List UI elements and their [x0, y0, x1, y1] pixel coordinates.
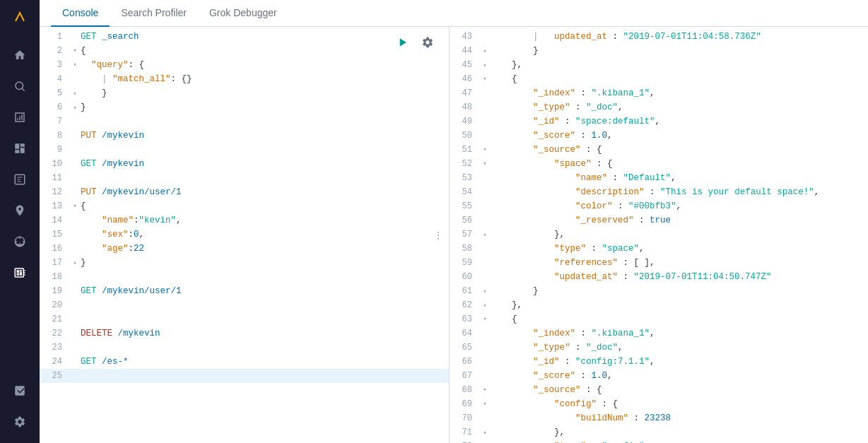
run-button[interactable]	[392, 33, 412, 52]
resize-handle[interactable]: ⋮	[433, 230, 443, 241]
editor-line-20: 20	[40, 298, 449, 312]
editor-line-24: 24 GET /es-*	[40, 355, 449, 369]
dashboard-icon[interactable]	[6, 134, 34, 163]
editor-line-13: 13 ▾ {	[40, 199, 449, 213]
editor-line-18: 18	[40, 270, 449, 284]
output-line-63: 63 ▾ {	[450, 312, 868, 326]
editor-container: 1 GET _search 2 ▾ { 3 ▾ "query": {	[40, 27, 868, 443]
output-line-50: 50 "_score" : 1.0,	[450, 129, 868, 143]
output-line-54: 54 "description" : "This is your default…	[450, 185, 868, 199]
output-panel[interactable]: 43 | updated_at : "2019-07-01T11:04:58.7…	[450, 27, 868, 443]
editor-line-25: 25	[40, 369, 449, 383]
devtools-icon[interactable]	[6, 259, 34, 287]
output-line-48: 48 "_type" : "_doc",	[450, 100, 868, 114]
editor-line-19: 19 GET /mykevin/user/1	[40, 284, 449, 298]
editor-line-17: 17 ▴ }	[40, 256, 449, 270]
monitoring-icon[interactable]	[6, 377, 34, 405]
output-line-46: 46 ▾ {	[450, 72, 868, 86]
home-icon[interactable]	[6, 41, 34, 69]
editor-line-4: 4 | "match_all": {}	[40, 72, 449, 86]
tab-search-profiler[interactable]: Search Profiler	[110, 0, 198, 27]
editor-line-7: 7	[40, 114, 449, 129]
output-line-56: 56 "_reserved" : true	[450, 213, 868, 228]
output-line-65: 65 "_type" : "_doc",	[450, 341, 868, 355]
editor-line-10: 10 GET /mykevin	[40, 157, 449, 171]
kibana-logo	[8, 6, 31, 28]
editor-line-11: 11	[40, 171, 449, 185]
editor-toolbar	[392, 33, 438, 52]
canvas-icon[interactable]	[6, 165, 34, 194]
editor-line-15: 15 "sex":0,	[40, 228, 449, 242]
output-line-53: 53 "name" : "Default",	[450, 171, 868, 185]
editor-line-23: 23	[40, 341, 449, 355]
output-line-68: 68 ▾ "_source" : {	[450, 383, 868, 397]
output-line-51: 51 ▾ "_source" : {	[450, 143, 868, 157]
editor-panel: 1 GET _search 2 ▾ { 3 ▾ "query": {	[40, 27, 450, 443]
output-line-60: 60 "updated_at" : "2019-07-01T11:04:50.7…	[450, 270, 868, 284]
output-line-69: 69 ▾ "config" : {	[450, 397, 868, 411]
editor-line-22: 22 DELETE /mykevin	[40, 326, 449, 341]
management-icon[interactable]	[6, 408, 34, 436]
editor-line-14: 14 "name":"kevin",	[40, 213, 449, 228]
tab-console[interactable]: Console	[51, 0, 110, 27]
output-line-72: 72 "type" : "config",	[450, 439, 868, 443]
editor-line-12: 12 PUT /mykevin/user/1	[40, 185, 449, 199]
maps-icon[interactable]	[6, 196, 34, 225]
visualize-icon[interactable]	[6, 103, 34, 131]
editor-line-3: 3 ▾ "query": {	[40, 58, 449, 72]
editor-line-9: 9	[40, 143, 449, 157]
editor-line-2: 2 ▾ {	[40, 44, 449, 58]
output-line-55: 55 "color" : "#00bfb3",	[450, 199, 868, 213]
output-line-62: 62 ▴ },	[450, 298, 868, 312]
tabs-bar: Console Search Profiler Grok Debugger	[40, 0, 868, 27]
settings-button[interactable]	[418, 33, 438, 52]
output-line-64: 64 "_index" : ".kibana_1",	[450, 326, 868, 341]
svg-point-1	[16, 82, 23, 90]
output-line-47: 47 "_index" : ".kibana_1",	[450, 86, 868, 100]
tab-grok-debugger[interactable]: Grok Debugger	[198, 0, 288, 27]
editor-line-8: 8 PUT /mykevin	[40, 129, 449, 143]
discover-icon[interactable]	[6, 72, 34, 100]
main-content: Console Search Profiler Grok Debugger 1 …	[40, 0, 868, 443]
output-line-58: 58 "type" : "space",	[450, 242, 868, 256]
ml-icon[interactable]	[6, 228, 34, 256]
output-line-70: 70 "buildNum" : 23238	[450, 411, 868, 425]
editor-line-1: 1 GET _search	[40, 30, 449, 44]
output-line-57: 57 ▴ },	[450, 228, 868, 242]
output-line-45: 45 ▴ },	[450, 58, 868, 72]
editor-line-5: 5 ▴ }	[40, 86, 449, 100]
output-line-67: 67 "_score" : 1.0,	[450, 369, 868, 383]
editor-line-21: 21	[40, 312, 449, 326]
editor-content[interactable]: 1 GET _search 2 ▾ { 3 ▾ "query": {	[40, 27, 449, 443]
editor-line-16: 16 "age":22	[40, 242, 449, 256]
output-line-43: 43 | updated_at : "2019-07-01T11:04:58.7…	[450, 30, 868, 44]
editor-line-6: 6 ▴ }	[40, 100, 449, 114]
output-line-61: 61 ▴ }	[450, 284, 868, 298]
sidebar	[0, 0, 40, 443]
output-line-66: 66 "_id" : "config:7.1.1",	[450, 355, 868, 369]
output-line-59: 59 "references" : [ ],	[450, 256, 868, 270]
output-line-49: 49 "_id" : "space:default",	[450, 114, 868, 129]
output-line-71: 71 ▴ },	[450, 425, 868, 439]
output-line-52: 52 ▾ "space" : {	[450, 157, 868, 171]
output-line-44: 44 ▴ }	[450, 44, 868, 58]
